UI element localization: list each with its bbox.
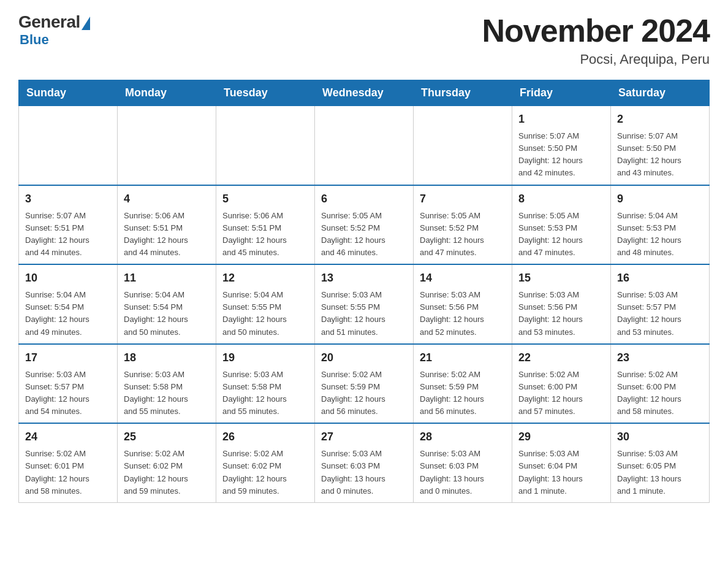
calendar-cell: 27Sunrise: 5:03 AM Sunset: 6:03 PM Dayli… xyxy=(315,423,414,502)
calendar-cell xyxy=(216,106,315,185)
day-info: Sunrise: 5:02 AM Sunset: 6:02 PM Dayligh… xyxy=(124,448,210,497)
calendar-cell: 11Sunrise: 5:04 AM Sunset: 5:54 PM Dayli… xyxy=(118,264,216,344)
calendar-cell: 24Sunrise: 5:02 AM Sunset: 6:01 PM Dayli… xyxy=(19,423,118,502)
calendar-week-row-1: 1Sunrise: 5:07 AM Sunset: 5:50 PM Daylig… xyxy=(19,106,710,185)
calendar-cell: 4Sunrise: 5:06 AM Sunset: 5:51 PM Daylig… xyxy=(118,185,216,265)
day-number: 3 xyxy=(25,191,111,207)
day-number: 16 xyxy=(617,270,703,286)
day-number: 25 xyxy=(124,429,210,445)
day-info: Sunrise: 5:07 AM Sunset: 5:50 PM Dayligh… xyxy=(617,130,703,180)
calendar-cell: 26Sunrise: 5:02 AM Sunset: 6:02 PM Dayli… xyxy=(216,423,315,502)
day-number: 27 xyxy=(321,429,407,445)
day-number: 4 xyxy=(124,191,210,207)
calendar-cell: 9Sunrise: 5:04 AM Sunset: 5:53 PM Daylig… xyxy=(611,185,710,265)
day-number: 22 xyxy=(518,350,604,366)
day-number: 1 xyxy=(518,111,604,128)
day-number: 11 xyxy=(124,270,210,286)
calendar-cell: 25Sunrise: 5:02 AM Sunset: 6:02 PM Dayli… xyxy=(118,423,216,502)
calendar-subtitle: Pocsi, Arequipa, Peru xyxy=(482,52,710,67)
weekday-header-sunday: Sunday xyxy=(19,80,118,106)
day-info: Sunrise: 5:06 AM Sunset: 5:51 PM Dayligh… xyxy=(222,210,308,259)
calendar-cell: 1Sunrise: 5:07 AM Sunset: 5:50 PM Daylig… xyxy=(512,106,611,185)
calendar-week-row-2: 3Sunrise: 5:07 AM Sunset: 5:51 PM Daylig… xyxy=(19,185,710,265)
day-info: Sunrise: 5:07 AM Sunset: 5:51 PM Dayligh… xyxy=(25,210,111,259)
day-number: 19 xyxy=(222,350,308,366)
day-info: Sunrise: 5:05 AM Sunset: 5:53 PM Dayligh… xyxy=(518,210,604,259)
calendar-cell: 14Sunrise: 5:03 AM Sunset: 5:56 PM Dayli… xyxy=(414,264,512,344)
calendar-cell: 10Sunrise: 5:04 AM Sunset: 5:54 PM Dayli… xyxy=(19,264,118,344)
calendar-cell: 15Sunrise: 5:03 AM Sunset: 5:56 PM Dayli… xyxy=(512,264,611,344)
logo-general-text: General xyxy=(18,12,80,32)
day-number: 13 xyxy=(321,270,407,286)
day-number: 23 xyxy=(617,350,703,366)
calendar-cell: 17Sunrise: 5:03 AM Sunset: 5:57 PM Dayli… xyxy=(19,344,118,424)
calendar-cell: 7Sunrise: 5:05 AM Sunset: 5:52 PM Daylig… xyxy=(414,185,512,265)
day-number: 24 xyxy=(25,429,111,445)
day-number: 14 xyxy=(420,270,506,286)
day-info: Sunrise: 5:03 AM Sunset: 6:03 PM Dayligh… xyxy=(420,448,506,497)
title-area: November 2024 Pocsi, Arequipa, Peru xyxy=(482,12,710,67)
calendar-cell: 28Sunrise: 5:03 AM Sunset: 6:03 PM Dayli… xyxy=(414,423,512,502)
calendar-cell xyxy=(315,106,414,185)
day-number: 28 xyxy=(420,429,506,445)
day-number: 12 xyxy=(222,270,308,286)
day-info: Sunrise: 5:04 AM Sunset: 5:54 PM Dayligh… xyxy=(25,289,111,339)
day-info: Sunrise: 5:05 AM Sunset: 5:52 PM Dayligh… xyxy=(321,210,407,259)
day-info: Sunrise: 5:02 AM Sunset: 5:59 PM Dayligh… xyxy=(420,369,506,418)
calendar-cell: 13Sunrise: 5:03 AM Sunset: 5:55 PM Dayli… xyxy=(315,264,414,344)
calendar-cell: 3Sunrise: 5:07 AM Sunset: 5:51 PM Daylig… xyxy=(19,185,118,265)
day-number: 6 xyxy=(321,191,407,207)
page-header: General Blue November 2024 Pocsi, Arequi… xyxy=(18,12,710,67)
day-info: Sunrise: 5:04 AM Sunset: 5:54 PM Dayligh… xyxy=(124,289,210,339)
calendar-cell: 5Sunrise: 5:06 AM Sunset: 5:51 PM Daylig… xyxy=(216,185,315,265)
day-info: Sunrise: 5:07 AM Sunset: 5:50 PM Dayligh… xyxy=(518,130,604,180)
day-info: Sunrise: 5:03 AM Sunset: 6:04 PM Dayligh… xyxy=(518,448,604,497)
calendar-cell: 30Sunrise: 5:03 AM Sunset: 6:05 PM Dayli… xyxy=(611,423,710,502)
day-number: 21 xyxy=(420,350,506,366)
calendar-cell: 20Sunrise: 5:02 AM Sunset: 5:59 PM Dayli… xyxy=(315,344,414,424)
calendar-cell: 19Sunrise: 5:03 AM Sunset: 5:58 PM Dayli… xyxy=(216,344,315,424)
weekday-header-tuesday: Tuesday xyxy=(216,80,315,106)
day-number: 8 xyxy=(518,191,604,207)
weekday-header-row: SundayMondayTuesdayWednesdayThursdayFrid… xyxy=(19,80,710,106)
day-number: 30 xyxy=(617,429,703,445)
logo-blue-text: Blue xyxy=(20,32,49,48)
day-number: 29 xyxy=(518,429,604,445)
day-info: Sunrise: 5:04 AM Sunset: 5:53 PM Dayligh… xyxy=(617,210,703,259)
day-info: Sunrise: 5:04 AM Sunset: 5:55 PM Dayligh… xyxy=(222,289,308,339)
weekday-header-friday: Friday xyxy=(512,80,611,106)
day-info: Sunrise: 5:03 AM Sunset: 5:57 PM Dayligh… xyxy=(617,289,703,339)
day-number: 20 xyxy=(321,350,407,366)
calendar-cell: 21Sunrise: 5:02 AM Sunset: 5:59 PM Dayli… xyxy=(414,344,512,424)
day-info: Sunrise: 5:02 AM Sunset: 6:00 PM Dayligh… xyxy=(518,369,604,418)
day-number: 18 xyxy=(124,350,210,366)
day-info: Sunrise: 5:03 AM Sunset: 5:56 PM Dayligh… xyxy=(420,289,506,339)
day-info: Sunrise: 5:03 AM Sunset: 5:58 PM Dayligh… xyxy=(124,369,210,418)
calendar-cell: 22Sunrise: 5:02 AM Sunset: 6:00 PM Dayli… xyxy=(512,344,611,424)
day-number: 26 xyxy=(222,429,308,445)
calendar-week-row-4: 17Sunrise: 5:03 AM Sunset: 5:57 PM Dayli… xyxy=(19,344,710,424)
logo: General Blue xyxy=(18,12,90,48)
day-info: Sunrise: 5:02 AM Sunset: 5:59 PM Dayligh… xyxy=(321,369,407,418)
day-number: 17 xyxy=(25,350,111,366)
day-info: Sunrise: 5:03 AM Sunset: 6:03 PM Dayligh… xyxy=(321,448,407,497)
calendar-cell: 29Sunrise: 5:03 AM Sunset: 6:04 PM Dayli… xyxy=(512,423,611,502)
calendar-cell: 16Sunrise: 5:03 AM Sunset: 5:57 PM Dayli… xyxy=(611,264,710,344)
day-number: 9 xyxy=(617,191,703,207)
weekday-header-thursday: Thursday xyxy=(414,80,512,106)
day-number: 15 xyxy=(518,270,604,286)
logo-triangle-icon xyxy=(82,17,90,30)
day-info: Sunrise: 5:02 AM Sunset: 6:02 PM Dayligh… xyxy=(222,448,308,497)
day-info: Sunrise: 5:05 AM Sunset: 5:52 PM Dayligh… xyxy=(420,210,506,259)
day-info: Sunrise: 5:03 AM Sunset: 5:57 PM Dayligh… xyxy=(25,369,111,418)
calendar-cell xyxy=(414,106,512,185)
day-number: 10 xyxy=(25,270,111,286)
calendar-title: November 2024 xyxy=(482,12,710,49)
day-number: 2 xyxy=(617,111,703,128)
calendar-cell xyxy=(19,106,118,185)
calendar-cell: 12Sunrise: 5:04 AM Sunset: 5:55 PM Dayli… xyxy=(216,264,315,344)
day-info: Sunrise: 5:06 AM Sunset: 5:51 PM Dayligh… xyxy=(124,210,210,259)
day-number: 7 xyxy=(420,191,506,207)
day-info: Sunrise: 5:02 AM Sunset: 6:00 PM Dayligh… xyxy=(617,369,703,418)
calendar-cell: 23Sunrise: 5:02 AM Sunset: 6:00 PM Dayli… xyxy=(611,344,710,424)
